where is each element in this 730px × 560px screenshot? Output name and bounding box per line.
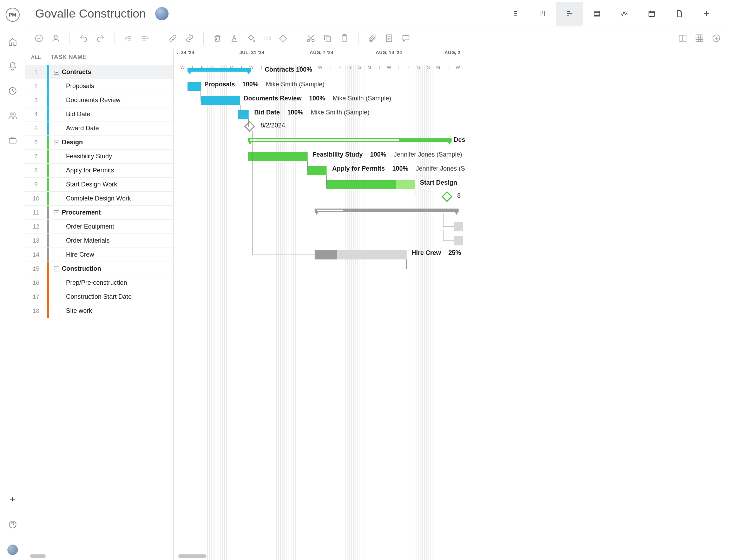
task-name-text: Construction Start Date — [66, 293, 132, 301]
help-icon[interactable] — [8, 520, 17, 529]
task-row[interactable]: 6−Design — [25, 136, 173, 150]
timeline-week-label: AUG, 2 — [445, 50, 460, 55]
text-color-button[interactable] — [229, 33, 239, 44]
redo-button[interactable] — [95, 33, 106, 44]
task-row[interactable]: 7Feasibility Study — [25, 150, 173, 164]
task-name-cell: Site work — [49, 304, 173, 318]
collapse-icon[interactable]: − — [54, 140, 59, 145]
collapse-icon[interactable]: − — [54, 266, 59, 271]
task-id: 16 — [25, 276, 47, 290]
cut-button[interactable] — [305, 33, 316, 44]
task-row[interactable]: 12Order Equipment — [25, 220, 173, 234]
add-icon[interactable]: + — [10, 494, 15, 505]
svg-rect-3 — [9, 139, 16, 143]
columns-button[interactable] — [677, 33, 688, 44]
task-row[interactable]: 4Bid Date — [25, 107, 173, 121]
task-row[interactable]: 8Apply for Permits — [25, 164, 173, 178]
view-files-button[interactable] — [665, 2, 693, 26]
home-icon[interactable] — [8, 37, 17, 46]
gantt-scrollbar[interactable] — [178, 554, 206, 558]
add-task-button[interactable] — [34, 33, 44, 44]
collapse-icon[interactable]: − — [54, 210, 59, 215]
task-name-text: Prep/Pre-construction — [66, 279, 127, 286]
gantt-timeline-header: ., 24 '24JUL, 31 '24AUG, 7 '24AUG, 14 '2… — [174, 49, 730, 65]
notes-button[interactable] — [384, 33, 394, 44]
task-id: 18 — [25, 304, 47, 318]
zoom-button[interactable] — [711, 33, 722, 44]
task-row[interactable]: 3Documents Review — [25, 93, 173, 107]
task-id: 2 — [25, 79, 47, 93]
team-icon[interactable] — [8, 111, 17, 120]
task-id: 5 — [25, 121, 47, 135]
view-sheet-button[interactable] — [583, 2, 611, 26]
svg-rect-11 — [326, 37, 331, 41]
timeline-week-label: AUG, 7 '24 — [310, 50, 334, 55]
task-id: 3 — [25, 93, 47, 107]
task-row[interactable]: 9Start Design Work — [25, 178, 173, 192]
task-header-name[interactable]: TASK NAME — [47, 49, 173, 65]
link-button[interactable] — [167, 33, 178, 44]
task-row[interactable]: 18Site work — [25, 304, 173, 318]
grid-button[interactable] — [694, 33, 705, 44]
task-name-cell: Documents Review — [49, 93, 173, 107]
app-logo[interactable]: PM — [6, 8, 20, 22]
view-dashboard-button[interactable] — [611, 2, 638, 26]
svg-point-1 — [10, 113, 12, 115]
svg-rect-6 — [649, 11, 655, 17]
user-avatar-mini[interactable] — [7, 545, 18, 555]
comments-button[interactable] — [401, 33, 411, 44]
task-row[interactable]: 10Complete Design Work — [25, 192, 173, 206]
outdent-button[interactable] — [123, 33, 133, 44]
task-row[interactable]: 1−Contracts — [25, 65, 173, 79]
undo-button[interactable] — [78, 33, 89, 44]
fill-color-button[interactable] — [246, 33, 256, 44]
copy-button[interactable] — [322, 33, 333, 44]
task-name-cell: −Contracts — [49, 65, 173, 79]
task-row[interactable]: 5Award Date — [25, 121, 173, 136]
task-id: 6 — [25, 136, 47, 149]
paste-button[interactable] — [339, 33, 350, 44]
task-row[interactable]: 13Order Materials — [25, 234, 173, 248]
task-name-text: Hire Crew — [66, 251, 94, 258]
task-name-text: Procurement — [62, 209, 101, 216]
project-avatar[interactable] — [155, 7, 169, 20]
view-board-button[interactable] — [528, 2, 556, 26]
task-list-scrollbar[interactable] — [30, 554, 46, 558]
assign-button[interactable] — [51, 33, 61, 44]
task-row[interactable]: 2Proposals — [25, 79, 173, 93]
task-id: 9 — [25, 178, 47, 191]
task-row[interactable]: 11−Procurement — [25, 206, 173, 220]
task-name-text: Construction — [62, 265, 101, 272]
clock-icon[interactable] — [8, 86, 17, 95]
task-row[interactable]: 15−Construction — [25, 262, 173, 276]
gantt-pane[interactable]: ., 24 '24JUL, 31 '24AUG, 7 '24AUG, 14 '2… — [174, 49, 730, 560]
view-add-button[interactable] — [693, 2, 720, 26]
task-row[interactable]: 16Prep/Pre-construction — [25, 276, 173, 290]
view-list-button[interactable] — [501, 2, 528, 26]
collapse-icon[interactable]: − — [54, 70, 59, 75]
svg-point-2 — [13, 113, 15, 115]
attachment-button[interactable] — [367, 33, 377, 44]
view-calendar-button[interactable] — [638, 2, 665, 26]
indent-button[interactable] — [140, 33, 150, 44]
task-id: 17 — [25, 290, 47, 304]
task-name-text: Complete Design Work — [66, 195, 131, 202]
delete-button[interactable] — [212, 33, 223, 44]
task-name-cell: −Design — [49, 136, 173, 149]
briefcase-icon[interactable] — [8, 136, 17, 145]
task-name-cell: Complete Design Work — [49, 192, 173, 205]
task-list-header: ALL TASK NAME — [25, 49, 173, 65]
view-gantt-button[interactable] — [556, 2, 583, 26]
dependency-lines — [174, 65, 462, 311]
task-row[interactable]: 14Hire Crew — [25, 248, 173, 262]
task-header-all[interactable]: ALL — [25, 49, 47, 65]
bell-icon[interactable] — [8, 62, 17, 71]
task-row[interactable]: 17Construction Start Date — [25, 290, 173, 304]
project-header: Govalle Construction — [25, 0, 730, 27]
priority-button[interactable] — [278, 33, 288, 44]
timeline-week-label: AUG, 14 '24 — [376, 50, 402, 55]
percent-complete-label[interactable]: 123 — [263, 35, 271, 41]
task-name-cell: Award Date — [49, 121, 173, 135]
unlink-button[interactable] — [184, 33, 195, 44]
task-id: 14 — [25, 248, 47, 262]
